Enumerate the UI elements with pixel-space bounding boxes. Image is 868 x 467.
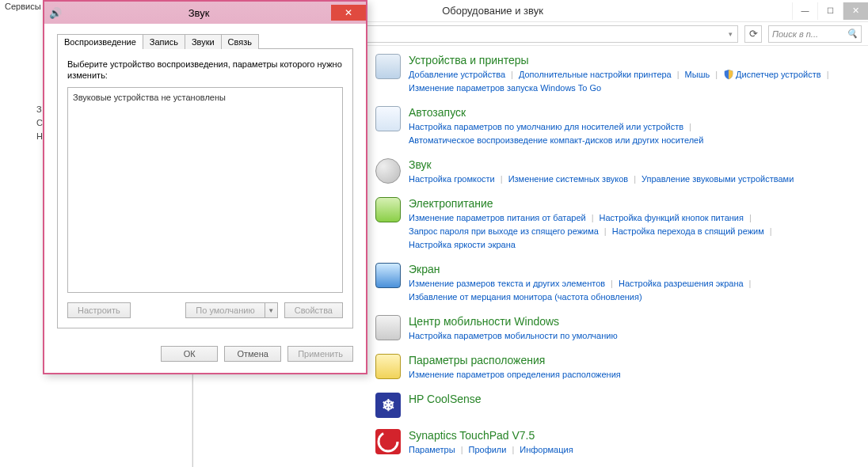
separator: |: [749, 277, 752, 290]
category-link[interactable]: Дополнительные настройки принтера: [519, 68, 672, 82]
category-link[interactable]: Добавление устройства: [409, 68, 505, 82]
tab-panel-playback: Выберите устройство воспроизведения, пар…: [57, 48, 353, 328]
refresh-button[interactable]: ⟳: [744, 25, 762, 43]
category-title[interactable]: HP CoolSense: [409, 393, 855, 405]
category: Synaptics TouchPad V7.5Параметры|Профили…: [375, 429, 855, 457]
sound-dialog-title: Звук: [67, 7, 331, 19]
tab-связь[interactable]: Связь: [221, 34, 259, 49]
properties-button[interactable]: Свойства: [284, 302, 343, 318]
shield-icon: [723, 69, 734, 80]
empty-devices-message: Звуковые устройства не установлены: [73, 93, 226, 102]
category-link[interactable]: Мышь: [685, 68, 710, 82]
devices-listbox[interactable]: Звуковые устройства не установлены: [67, 87, 343, 293]
category-title[interactable]: Автозапуск: [409, 106, 855, 119]
category: Параметры расположенияИзменение параметр…: [375, 354, 855, 382]
sound-tabs: ВоспроизведениеЗаписьЗвукиСвязь: [57, 34, 353, 49]
category: ❄HP CoolSense: [375, 393, 855, 418]
category: ЭкранИзменение размеров текста и других …: [375, 263, 855, 304]
category-title[interactable]: Устройства и принтеры: [409, 54, 855, 66]
category-link[interactable]: Информация: [520, 443, 573, 457]
category-link[interactable]: Изменение размеров текста и других элеме…: [409, 277, 605, 290]
search-placeholder: Поиск в п...: [772, 29, 818, 39]
sound-icon: [375, 158, 401, 184]
separator: |: [511, 68, 513, 82]
cancel-button[interactable]: Отмена: [224, 346, 281, 362]
separator: |: [512, 443, 514, 457]
separator: |: [611, 277, 613, 290]
separator: |: [770, 225, 772, 238]
apply-button[interactable]: Применить: [287, 346, 353, 362]
category-link[interactable]: Настройка параметров мобильности по умол…: [409, 329, 618, 343]
category: ЭлектропитаниеИзменение параметров питан…: [375, 197, 855, 252]
separator: |: [677, 68, 680, 82]
tab-звуки[interactable]: Звуки: [185, 34, 222, 49]
category-link[interactable]: Настройка параметров по умолчанию для но…: [409, 120, 683, 134]
category-link[interactable]: Избавление от мерцания монитора (частота…: [409, 290, 642, 304]
search-input[interactable]: Поиск в п... 🔍: [768, 25, 862, 43]
category-title[interactable]: Synaptics TouchPad V7.5: [409, 429, 855, 442]
configure-button[interactable]: Настроить: [67, 302, 131, 318]
ok-button[interactable]: ОК: [161, 346, 218, 362]
category: Центр мобильности WindowsНастройка парам…: [375, 315, 855, 343]
search-icon: 🔍: [847, 28, 858, 39]
category-link[interactable]: Настройка громкости: [409, 173, 495, 186]
chevron-down-icon[interactable]: ▾: [729, 30, 733, 38]
auto-icon: [375, 106, 401, 131]
separator: |: [749, 211, 752, 225]
category-link[interactable]: Автоматическое воспроизведение компакт-д…: [409, 134, 703, 147]
sound-dialog-titlebar[interactable]: 🔊 Звук ✕: [44, 2, 366, 24]
category-title[interactable]: Параметры расположения: [409, 354, 855, 366]
separator: |: [592, 211, 594, 225]
tab-воспроизведение[interactable]: Воспроизведение: [57, 34, 143, 49]
separator: |: [501, 173, 503, 186]
separator: |: [604, 225, 607, 238]
separator: |: [689, 120, 691, 134]
category-link[interactable]: Диспетчер устройств: [723, 68, 821, 82]
category-link[interactable]: Настройка функций кнопок питания: [600, 211, 744, 225]
category-title[interactable]: Электропитание: [409, 197, 855, 210]
separator: |: [827, 68, 829, 82]
set-default-button[interactable]: По умолчанию: [185, 302, 265, 318]
power-icon: [375, 197, 401, 222]
minimize-button[interactable]: —: [792, 2, 817, 20]
separator: |: [715, 68, 718, 82]
category-title[interactable]: Экран: [409, 263, 855, 275]
separator: |: [461, 443, 463, 457]
category: ЗвукНастройка громкости|Изменение систем…: [375, 158, 855, 186]
set-default-split-button[interactable]: По умолчанию ▼: [185, 302, 277, 318]
category-link[interactable]: Изменение параметров питания от батарей: [409, 211, 586, 225]
svg-point-0: [379, 432, 398, 451]
category-link[interactable]: Настройка перехода в спящий режим: [612, 225, 764, 238]
mob-icon: [375, 315, 401, 340]
category-link[interactable]: Профили: [469, 443, 507, 457]
chevron-down-icon[interactable]: ▼: [265, 302, 278, 318]
category-link[interactable]: Изменение параметров запуска Windows To …: [409, 82, 601, 95]
instruction-text: Выберите устройство воспроизведения, пар…: [67, 59, 343, 81]
category-title[interactable]: Звук: [409, 158, 855, 171]
category: АвтозапускНастройка параметров по умолча…: [375, 106, 855, 147]
screen-icon: [375, 263, 401, 288]
devices-icon: [375, 54, 401, 79]
tab-запись[interactable]: Запись: [143, 34, 185, 49]
separator: |: [634, 173, 636, 186]
category-link[interactable]: Запрос пароля при выходе из спящего режи…: [409, 225, 599, 238]
maximize-button[interactable]: ☐: [817, 2, 843, 20]
sound-dialog-footer: ОК Отмена Применить: [44, 338, 366, 373]
category-title[interactable]: Центр мобильности Windows: [409, 315, 855, 328]
browser-toolbar-fragment: Сервисы: [5, 2, 41, 11]
category-link[interactable]: Изменение параметров определения располо…: [409, 368, 621, 382]
category-link[interactable]: Настройка разрешения экрана: [619, 277, 744, 290]
category-link[interactable]: Управление звуковыми устройствами: [641, 173, 794, 186]
loc-icon: [375, 354, 401, 379]
syn-icon: [375, 429, 401, 454]
category: Устройства и принтерыДобавление устройст…: [375, 54, 855, 95]
close-button[interactable]: ✕: [331, 5, 366, 21]
speaker-icon: 🔊: [49, 6, 62, 19]
category-link[interactable]: Параметры: [409, 443, 455, 457]
close-button[interactable]: ✕: [843, 2, 868, 20]
category-link[interactable]: Изменение системных звуков: [508, 173, 629, 186]
cool-icon: ❄: [375, 393, 401, 418]
category-link[interactable]: Настройка яркости экрана: [409, 238, 516, 252]
sound-dialog: 🔊 Звук ✕ ВоспроизведениеЗаписьЗвукиСвязь…: [43, 0, 367, 374]
